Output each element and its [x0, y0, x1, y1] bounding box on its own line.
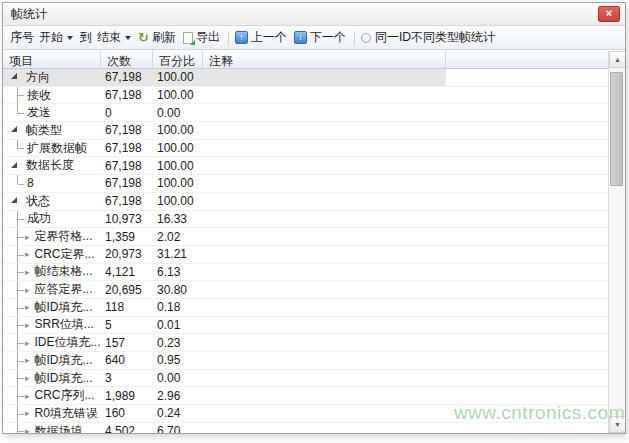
close-button[interactable]: ×	[598, 6, 620, 22]
start-dropdown[interactable]: 开始	[39, 29, 73, 46]
count-cell: 67,198	[101, 70, 153, 84]
item-label: 帧ID填充...	[35, 299, 93, 316]
item-cell: ▸帧ID填充...	[3, 370, 101, 387]
table-row[interactable]: ▸帧ID填充...1180.18	[3, 299, 608, 317]
export-button[interactable]: 导出	[183, 29, 220, 46]
table-row[interactable]: ▸IDE位填充...1570.23	[3, 334, 608, 352]
tree-branch-line	[11, 334, 25, 351]
tree-branch-line	[11, 423, 25, 433]
table-row[interactable]: 状态67,198100.00	[3, 193, 608, 211]
scrollbar-thumb[interactable]	[610, 72, 623, 186]
item-label: 帧ID填充...	[35, 370, 93, 387]
start-dropdown-value: 开始	[39, 29, 63, 46]
table-row[interactable]: ▸帧结束格...4,1216.13	[3, 264, 608, 282]
tree-collapsed-icon[interactable]: ▸	[25, 391, 30, 401]
end-dropdown-value: 结束	[97, 29, 121, 46]
item-cell: 成功	[3, 211, 101, 228]
item-label: CRC定界...	[35, 246, 95, 263]
tree-collapsed-icon[interactable]: ▸	[25, 355, 30, 365]
chevron-down-icon	[67, 36, 73, 40]
column-header-item[interactable]: 项目	[3, 51, 101, 68]
item-cell: 发送	[3, 104, 101, 121]
percent-cell: 30.80	[153, 283, 203, 297]
percent-cell: 0.18	[153, 300, 203, 314]
tree-collapsed-icon[interactable]: ▸	[25, 267, 30, 277]
count-cell: 157	[101, 336, 153, 350]
item-label: CRC序列...	[35, 387, 95, 404]
percent-cell: 100.00	[153, 176, 203, 190]
to-label: 到	[80, 29, 92, 46]
tree-branch-line	[11, 281, 25, 298]
item-cell: ▸帧ID填充...	[3, 352, 101, 369]
table-row[interactable]: 帧类型67,198100.00	[3, 122, 608, 140]
table-row[interactable]: ▸数据场填...4,5026.70	[3, 423, 608, 433]
next-button[interactable]: ↓ 下一个	[294, 29, 346, 46]
table-row[interactable]: 方向67,198100.00	[3, 69, 608, 87]
next-label: 下一个	[310, 29, 346, 46]
column-header-percent[interactable]: 百分比	[153, 51, 203, 68]
table-row[interactable]: 扩展数据帧67,198100.00	[3, 140, 608, 158]
item-label: 8	[27, 176, 34, 190]
tree-branch-line	[11, 299, 25, 316]
previous-button[interactable]: ↑ 上一个	[235, 29, 287, 46]
end-dropdown[interactable]: 结束	[97, 29, 131, 46]
toolbar-divider	[354, 31, 355, 45]
tree-collapsed-icon[interactable]: ▸	[25, 408, 30, 418]
refresh-button[interactable]: ↻ 刷新	[138, 29, 176, 46]
item-label: 发送	[27, 104, 51, 121]
percent-cell: 0.00	[153, 106, 203, 120]
tree-collapsed-icon[interactable]: ▸	[25, 426, 30, 433]
chevron-down-icon	[125, 36, 131, 40]
table-row[interactable]: ▸帧ID填充...30.00	[3, 370, 608, 388]
tree-branch-line	[11, 104, 25, 121]
tree-expanded-icon[interactable]	[11, 126, 17, 132]
table-row[interactable]: ▸定界符格...1,3592.02	[3, 228, 608, 246]
tree-collapsed-icon[interactable]: ▸	[25, 232, 30, 242]
table-row[interactable]: 数据长度67,198100.00	[3, 157, 608, 175]
column-header-count[interactable]: 次数	[101, 51, 153, 68]
column-header-filler	[446, 51, 608, 68]
tree-collapsed-icon[interactable]: ▸	[25, 373, 30, 383]
tree-branch-line	[11, 370, 25, 387]
frame-statistics-window: 帧统计 × 序号 开始 到 结束 ↻ 刷新 导出 ↑ 上一个 ↓ 下一个	[2, 2, 626, 434]
table-row[interactable]: ▸帧ID填充...6400.95	[3, 352, 608, 370]
table-row[interactable]: ▸应答定界...20,69530.80	[3, 281, 608, 299]
item-cell: ▸帧ID填充...	[3, 299, 101, 316]
item-label: 帧类型	[26, 122, 62, 139]
table-row[interactable]: 发送00.00	[3, 104, 608, 122]
tree-collapsed-icon[interactable]: ▸	[25, 249, 30, 259]
table-row[interactable]: ▸SRR位填...50.01	[3, 317, 608, 335]
same-id-option[interactable]: 同一ID不同类型帧统计	[361, 29, 495, 46]
scroll-down-button[interactable]: ▼	[609, 416, 626, 433]
export-label: 导出	[196, 29, 220, 46]
table-row[interactable]: ▸R0填充错误1600.24	[3, 405, 608, 423]
item-cell: 帧类型	[3, 122, 101, 139]
tree-collapsed-icon[interactable]: ▸	[25, 285, 30, 295]
tree-expanded-icon[interactable]	[11, 73, 17, 79]
count-cell: 4,121	[101, 265, 153, 279]
tree-collapsed-icon[interactable]: ▸	[25, 338, 30, 348]
tree-collapsed-icon[interactable]: ▸	[25, 320, 30, 330]
refresh-label: 刷新	[152, 29, 176, 46]
count-cell: 1,989	[101, 389, 153, 403]
percent-cell: 31.21	[153, 247, 203, 261]
table-row[interactable]: ▸CRC定界...20,97331.21	[3, 246, 608, 264]
table-row[interactable]: 接收67,198100.00	[3, 87, 608, 105]
table-row[interactable]: 867,198100.00	[3, 175, 608, 193]
percent-cell: 0.95	[153, 353, 203, 367]
count-cell: 20,973	[101, 247, 153, 261]
scroll-up-button[interactable]: ▲	[609, 51, 626, 68]
table-row[interactable]: 成功10,97316.33	[3, 211, 608, 229]
vertical-scrollbar[interactable]: ▲ ▼	[608, 51, 625, 433]
table-row[interactable]: ▸CRC序列...1,9892.96	[3, 387, 608, 405]
tree-expanded-icon[interactable]	[11, 197, 17, 203]
percent-cell: 100.00	[153, 141, 203, 155]
tree-collapsed-icon[interactable]: ▸	[25, 302, 30, 312]
item-cell: ▸定界符格...	[3, 228, 101, 245]
tree-branch-line	[11, 317, 25, 334]
tree-expanded-icon[interactable]	[11, 162, 17, 168]
item-cell: 数据长度	[3, 157, 101, 174]
count-cell: 67,198	[101, 141, 153, 155]
item-cell: ▸CRC序列...	[3, 387, 101, 404]
column-header-note[interactable]: 注释	[203, 51, 446, 68]
